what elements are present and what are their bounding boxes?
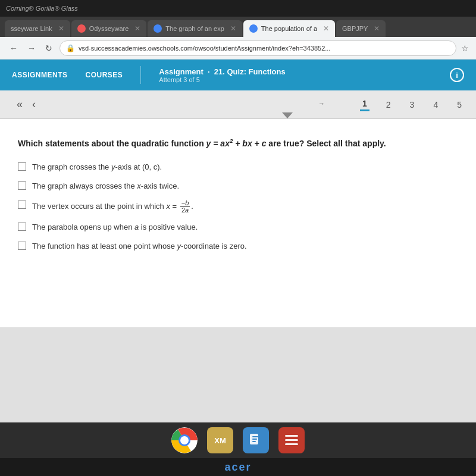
assignment-attempt: Attempt 3 of 5: [159, 76, 285, 83]
xm-label: XM: [214, 436, 226, 445]
tab-5-label: GBPJPY: [342, 25, 368, 32]
next-arrow-label: →: [318, 100, 325, 107]
option-2: The graph always crosses the x-axis twic…: [18, 181, 458, 192]
tab-3-favicon: [154, 24, 162, 33]
tab-2[interactable]: Odysseyware ✕: [71, 20, 147, 37]
svg-rect-9: [285, 443, 298, 445]
tab-2-favicon: [77, 24, 86, 33]
option-1-text: The graph crosses the y-axis at (0, c).: [32, 162, 162, 173]
option-5: The function has at least one point whos…: [18, 241, 458, 252]
checkbox-4[interactable]: [18, 223, 26, 231]
url-text: vsd-successacademies.owschools.com/owsoo…: [79, 45, 330, 52]
tab-4-label: The population of a: [261, 25, 317, 32]
svg-rect-8: [285, 439, 298, 441]
option-2-text: The graph always crosses the x-axis twic…: [32, 181, 179, 192]
url-box[interactable]: 🔒 vsd-successacademies.owschools.com/ows…: [60, 40, 456, 56]
tab-2-close[interactable]: ✕: [134, 24, 140, 33]
checkbox-2[interactable]: [18, 181, 26, 190]
svg-rect-4: [252, 436, 258, 437]
xm-taskbar-icon[interactable]: XM: [207, 427, 233, 453]
info-button[interactable]: i: [450, 68, 464, 82]
svg-rect-7: [285, 435, 298, 437]
question-indicator-arrow: [282, 112, 293, 118]
option-3-text: The vertex occurs at the point in which …: [32, 200, 193, 214]
left-button[interactable]: ‹: [27, 96, 40, 113]
option-3: The vertex occurs at the point in which …: [18, 200, 458, 214]
nav-assignments[interactable]: ASSIGNMENTS: [12, 71, 68, 79]
nav-courses[interactable]: COURSES: [86, 71, 123, 79]
question-numbers: → 1 2 3 4 5: [360, 98, 464, 111]
tab-2-label: Odysseyware: [89, 25, 129, 32]
lms-header: ASSIGNMENTS COURSES Assignment · 21. Qui…: [0, 60, 476, 90]
tab-4-favicon: [249, 24, 258, 33]
checkbox-3[interactable]: [18, 201, 26, 209]
option-5-text: The function has at least one point whos…: [32, 241, 247, 252]
forward-button[interactable]: →: [25, 42, 38, 54]
tab-1[interactable]: sseyware Link ✕: [5, 20, 70, 37]
nav-arrows: « ‹ → 1 2 3 4 5: [0, 90, 476, 119]
q-num-5[interactable]: 5: [455, 99, 464, 111]
q-num-4[interactable]: 4: [431, 99, 440, 111]
assignment-info: Assignment · 21. Quiz: Functions Attempt…: [159, 67, 285, 83]
title-bar: Corning® Gorilla® Glass: [0, 0, 476, 17]
files-taskbar-icon[interactable]: [243, 427, 269, 453]
tab-3[interactable]: The graph of an exp ✕: [148, 20, 242, 37]
svg-point-2: [180, 436, 189, 444]
option-4: The parabola opens up when a is positive…: [18, 222, 458, 233]
tab-4-close[interactable]: ✕: [323, 24, 329, 33]
double-left-button[interactable]: «: [12, 96, 27, 113]
brand-logo: acer: [224, 461, 251, 474]
tab-bar: sseyware Link ✕ Odysseyware ✕ The graph …: [0, 17, 476, 37]
main-content: Which statements about the quadratic fun…: [0, 119, 476, 327]
fraction-formula: −b 2a: [180, 200, 190, 214]
content-spacer: [0, 327, 476, 422]
tab-1-close[interactable]: ✕: [58, 24, 64, 33]
option-1: The graph crosses the y-axis at (0, c).: [18, 162, 458, 173]
tab-4[interactable]: The population of a ✕: [243, 20, 335, 37]
svg-rect-5: [252, 439, 257, 440]
tab-1-label: sseyware Link: [11, 25, 52, 32]
taskbar: XM: [0, 422, 476, 458]
lms-divider: [140, 66, 141, 84]
title-bar-text: Corning® Gorilla® Glass: [6, 5, 78, 12]
tab-3-label: The graph of an exp: [165, 25, 224, 32]
address-bar: ← → ↻ 🔒 vsd-successacademies.owschools.c…: [0, 37, 476, 60]
reload-button[interactable]: ↻: [43, 42, 55, 54]
assignment-title: Assignment · 21. Quiz: Functions: [159, 67, 285, 76]
lock-icon: 🔒: [66, 44, 75, 52]
q-num-3[interactable]: 3: [408, 99, 417, 111]
question-text: Which statements about the quadratic fun…: [18, 137, 458, 150]
tab-3-close[interactable]: ✕: [230, 24, 236, 33]
q-num-1[interactable]: 1: [360, 98, 369, 111]
checkbox-5[interactable]: [18, 242, 26, 250]
settings-taskbar-icon[interactable]: [278, 427, 305, 453]
q-num-2[interactable]: 2: [384, 99, 393, 111]
chrome-taskbar-icon[interactable]: [171, 427, 198, 453]
bookmark-button[interactable]: ☆: [461, 43, 469, 53]
back-button[interactable]: ←: [7, 42, 20, 54]
function-formula: y = ax2 + bx + c: [206, 139, 267, 148]
bottom-bar: acer: [0, 458, 476, 476]
tab-5-close[interactable]: ✕: [374, 24, 380, 33]
option-4-text: The parabola opens up when a is positive…: [32, 222, 198, 233]
checkbox-1[interactable]: [18, 162, 26, 171]
tab-5[interactable]: GBPJPY ✕: [336, 20, 386, 37]
svg-rect-6: [252, 441, 256, 442]
